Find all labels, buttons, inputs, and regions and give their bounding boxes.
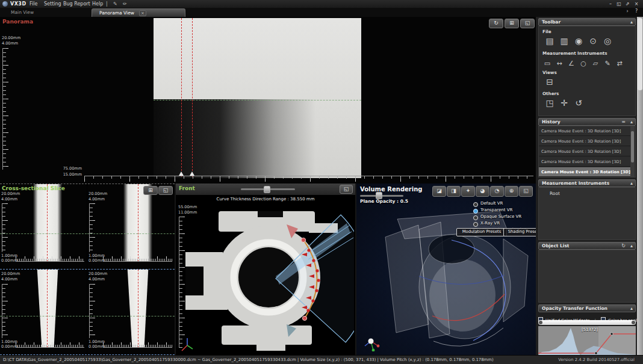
distance-icon[interactable]: ↔	[553, 59, 565, 69]
vr-mode-transparent[interactable]: Transparent VR	[473, 208, 512, 213]
maximize-view-button[interactable]: ◱	[520, 19, 535, 28]
history-item[interactable]: Camera Mouse Event : 3D Rotation [3D]	[539, 167, 630, 177]
slice-level-line[interactable]	[0, 316, 87, 316]
cross-sectional-viewport[interactable]: 20.00mm 4.00mm 1.00mm 0.00mm 20.00mm 4.0…	[0, 184, 175, 355]
cross-quadrant[interactable]: 20.00mm 4.00mm 1.00mm 0.00mm	[87, 270, 175, 355]
minimize-button[interactable]: –	[607, 0, 614, 8]
panorama-marker-line[interactable]	[192, 18, 193, 177]
modulation-presets-button[interactable]: Modulation Presets	[456, 228, 507, 236]
history-item[interactable]: Camera Mouse Event : 3D Rotation [3D]	[539, 147, 630, 156]
front-viewport[interactable]: Front ◱ Curve Thickness Direction Range …	[176, 184, 355, 355]
popout-button[interactable]: ⇗	[624, 0, 631, 8]
volume-render-canvas[interactable]	[361, 204, 535, 351]
camera-capture-icon[interactable]: ⊙	[586, 35, 600, 47]
panorama-slice-line[interactable]	[154, 100, 361, 100]
collapse-icon[interactable]: ▴	[630, 305, 633, 312]
object-list-panel	[538, 250, 636, 303]
volume-render-viewport[interactable]: Volume Rendering Plane Opacity : 0.5 ◪ ◨…	[356, 184, 536, 355]
list-icon[interactable]: ≡	[621, 119, 626, 126]
pen-tool-icon[interactable]: ✎	[111, 0, 120, 8]
layout-window-icon[interactable]: ◳	[542, 97, 557, 109]
tab-main-view[interactable]: Main View	[4, 8, 41, 17]
ruler-icon[interactable]: ▭	[541, 59, 553, 69]
collapse-icon[interactable]: ▴	[630, 19, 633, 26]
refresh-icon[interactable]: ↻	[621, 242, 626, 250]
slice-cursor-line[interactable]	[138, 184, 138, 262]
lighting-button[interactable]: ✦	[461, 186, 475, 197]
polygon-icon[interactable]: ▱	[589, 59, 601, 69]
axis-position-icon[interactable]: ✛	[557, 97, 571, 109]
search-zoom-icon[interactable]: ◎	[600, 35, 615, 47]
shading-presets-button[interactable]: Shading Presets	[503, 228, 536, 236]
settings-button[interactable]: ⊕	[505, 186, 518, 197]
collapse-sidebar-button[interactable]: ›	[624, 8, 631, 14]
maximize-view-button[interactable]: ◱	[519, 186, 533, 197]
measurement-instruments-panel-header[interactable]: Measurement Instruments ▴	[538, 179, 636, 187]
history-item[interactable]: Camera Mouse Event : 3D Rotation [3D]	[539, 126, 630, 136]
history-item[interactable]: Camera Mouse Event : 3D Rotation [3D]	[539, 157, 630, 167]
vr-mode-opaque-surface[interactable]: Opaque Surface VR	[473, 214, 521, 220]
front-slice-slider-thumb[interactable]	[264, 186, 270, 193]
annotation-icon[interactable]: ✎	[601, 59, 613, 69]
tree-item-root[interactable]: Root	[550, 191, 560, 196]
circle-icon[interactable]: ○	[577, 59, 589, 69]
otf-range-slider[interactable]	[538, 320, 636, 325]
history-item[interactable]: Camera Mouse Event : 3D Rotation [3D]	[539, 137, 630, 146]
reset-rotation-icon[interactable]: ↺	[571, 97, 586, 109]
maximize-view-button[interactable]: ◱	[158, 186, 173, 195]
collapse-icon[interactable]: ▴	[630, 119, 633, 126]
angle-icon[interactable]: ∠	[565, 59, 577, 69]
history-panel-header[interactable]: History ≡ ▴	[538, 118, 636, 126]
open-folder-icon[interactable]: ▤	[542, 35, 557, 47]
window-scrollbar[interactable]	[637, 17, 643, 355]
export-image-icon[interactable]: ▥	[557, 35, 571, 47]
slice-cursor-line[interactable]	[138, 270, 138, 348]
window-scrollbar-thumb[interactable]	[638, 18, 642, 90]
brush-tool-icon[interactable]: ✏	[120, 0, 129, 8]
slice-level-line[interactable]	[0, 233, 87, 234]
grid-layout-button[interactable]: ⊞	[143, 186, 158, 195]
collapse-icon[interactable]: ▴	[630, 242, 633, 250]
collapse-icon[interactable]: ▴	[630, 180, 633, 187]
otf-histogram[interactable]: [51372]	[538, 326, 636, 355]
history-scrollbar[interactable]	[630, 126, 635, 177]
vr-mode-default[interactable]: Default VR	[473, 201, 503, 206]
vr-mode-xray[interactable]: X-Ray VR	[473, 221, 500, 226]
opacity-transfer-function-panel-header[interactable]: Opacity Transfer Function ▴	[538, 304, 636, 312]
panorama-marker-handle[interactable]	[190, 171, 194, 176]
panorama-title: Panorama	[2, 19, 33, 25]
otf-range-handle-left[interactable]	[539, 321, 542, 324]
maximize-view-button[interactable]: ◱	[340, 185, 353, 194]
restore-button[interactable]: ◱	[615, 0, 623, 8]
panorama-image[interactable]	[154, 18, 361, 178]
print-icon[interactable]: ⊟	[542, 76, 557, 88]
tab-panorama-view[interactable]: Panorama View×	[92, 8, 185, 17]
panorama-marker-handle[interactable]	[179, 171, 184, 176]
panorama-marker-line[interactable]	[181, 18, 182, 177]
toolbar-panel-header[interactable]: Toolbar ▴	[538, 18, 636, 26]
cross-quadrant[interactable]: 20.00mm 4.00mm 1.00mm 0.00mm	[0, 184, 87, 269]
otf-range-handle-right[interactable]	[632, 321, 635, 324]
clip-plane-button[interactable]: ◪	[432, 186, 446, 197]
movie-record-icon[interactable]: ◉	[571, 35, 586, 47]
quadrant-separator-line[interactable]	[0, 269, 175, 270]
panorama-viewport[interactable]: Panorama 20.00mm 4.00mm 75.00mm 15.00mm …	[0, 17, 536, 184]
slice-cursor-line[interactable]	[47, 270, 48, 348]
tab-close-icon[interactable]: ×	[139, 10, 146, 16]
cross-quadrant[interactable]: 20.00mm 4.00mm 1.00mm 0.00mm	[0, 270, 87, 355]
history-scrollbar-thumb[interactable]	[631, 131, 634, 162]
slice-level-line[interactable]	[87, 316, 175, 316]
slice-level-line[interactable]	[87, 233, 175, 234]
object-list-panel-header[interactable]: Object List ↻ ▴	[538, 242, 636, 250]
front-view-canvas[interactable]	[185, 200, 354, 352]
fit-view-button[interactable]: ⊞	[505, 19, 519, 28]
slice-plane-button[interactable]: ◨	[447, 186, 461, 197]
cross-quadrant[interactable]: 20.00mm 4.00mm 1.00mm 0.00mm	[87, 184, 175, 269]
slice-cursor-line[interactable]	[47, 184, 48, 262]
close-button[interactable]: ×	[633, 0, 640, 8]
orientation-button[interactable]: ◕	[476, 186, 489, 197]
help-button[interactable]: ?	[633, 8, 640, 14]
rotate-view-button[interactable]: ↻	[489, 19, 503, 28]
measure-button[interactable]: ◔	[490, 186, 504, 197]
calibration-icon[interactable]: ⇄	[613, 59, 626, 69]
